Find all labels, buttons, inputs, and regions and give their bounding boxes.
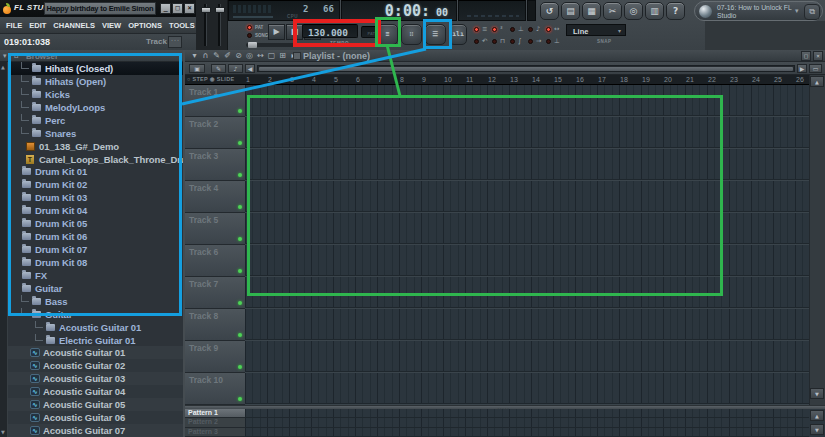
- record-option[interactable]: →: [528, 37, 546, 47]
- playlist-maximize-button[interactable]: □: [801, 51, 811, 61]
- browser-item[interactable]: Drum Kit 02: [8, 178, 183, 191]
- browser-item[interactable]: Acoustic Guitar 01: [8, 321, 183, 334]
- zoom-tool-tool-button[interactable]: ⊞: [277, 51, 288, 61]
- snap-selector[interactable]: Line ▾: [566, 24, 626, 36]
- browser-item[interactable]: Drum Kit 06: [8, 230, 183, 243]
- browser-menu-icon[interactable]: ▾: [3, 52, 7, 60]
- browser-item[interactable]: Drum Kit 07: [8, 243, 183, 256]
- track-header[interactable]: Track 2: [185, 117, 245, 149]
- undo-button[interactable]: ↺: [540, 2, 559, 20]
- browser-item[interactable]: Hihats (Open): [8, 75, 183, 88]
- zoom-out-button[interactable]: ▭: [809, 64, 822, 73]
- playlist-window-button[interactable]: ≡: [377, 24, 398, 45]
- playlist-grid[interactable]: [245, 85, 809, 405]
- browser-item[interactable]: Drum Kit 01: [8, 165, 183, 178]
- browser-item[interactable]: 01_138_G#_Demo: [8, 140, 183, 153]
- track-header[interactable]: Track 4: [185, 181, 245, 213]
- browser-item[interactable]: Bass: [8, 295, 183, 308]
- track-led[interactable]: [238, 237, 242, 241]
- song-mode-led[interactable]: [247, 33, 252, 38]
- browser-window-button[interactable]: ☰: [425, 24, 446, 45]
- audio-tab[interactable]: ♪: [228, 64, 243, 73]
- track-header[interactable]: Track 7: [185, 277, 245, 309]
- browser-item[interactable]: Guitar: [8, 308, 183, 321]
- track-led[interactable]: [238, 365, 242, 369]
- record-option[interactable]: ≡: [474, 25, 492, 35]
- browser-scroll-gutter[interactable]: ▲ ▼: [0, 62, 8, 437]
- close-button[interactable]: ×: [184, 3, 195, 14]
- browser-item[interactable]: Hihats (Closed): [8, 62, 183, 75]
- browser-item[interactable]: ∿Acoustic Guitar 03: [8, 372, 183, 385]
- step-sequencer-window-button[interactable]: ∷: [401, 24, 422, 45]
- browser-item[interactable]: MelodyLoops: [8, 101, 183, 114]
- browser-item[interactable]: Perc: [8, 114, 183, 127]
- scroll-down-button[interactable]: ▼: [810, 388, 824, 399]
- track-led[interactable]: [238, 205, 242, 209]
- pat-mode-led[interactable]: [247, 25, 252, 30]
- browser-item[interactable]: Drum Kit 03: [8, 191, 183, 204]
- play-button[interactable]: ▶: [268, 24, 285, 40]
- track-header[interactable]: Track 6: [185, 245, 245, 277]
- track-led[interactable]: [238, 109, 242, 113]
- browser-item[interactable]: Drum Kit 04: [8, 204, 183, 217]
- track-header[interactable]: Track 8: [185, 309, 245, 341]
- pattern-row-header[interactable]: Pattern 2: [185, 418, 245, 427]
- menu-channels[interactable]: CHANNELS: [53, 21, 95, 30]
- record-option[interactable]: ³: [492, 25, 510, 35]
- track-led[interactable]: [238, 173, 242, 177]
- hint-open-button[interactable]: ⧉: [804, 4, 820, 20]
- scroll-up-icon[interactable]: ▲: [1, 64, 7, 70]
- browser-item[interactable]: Snares: [8, 127, 183, 140]
- record-option[interactable]: ↔: [546, 25, 564, 35]
- cut-button[interactable]: ✂: [603, 2, 622, 20]
- playlist-close-button[interactable]: ×: [813, 51, 823, 61]
- scrollbar-thumb[interactable]: [259, 67, 793, 71]
- pattern-row-header[interactable]: Pattern 1: [185, 409, 245, 418]
- browser-item[interactable]: Electric Guitar 01: [8, 334, 183, 347]
- track-header[interactable]: Track 9: [185, 341, 245, 373]
- menu-view[interactable]: VIEW: [102, 21, 121, 30]
- browser-item[interactable]: ∿Acoustic Guitar 05: [8, 398, 183, 411]
- slip-tool-button[interactable]: ↔: [255, 51, 266, 61]
- browser-item[interactable]: ∿Acoustic Guitar 02: [8, 359, 183, 372]
- stop-button[interactable]: ■: [286, 24, 303, 40]
- select-tool-button[interactable]: ▢: [266, 51, 277, 61]
- delete-tool-button[interactable]: ⊘: [233, 51, 244, 61]
- track-led[interactable]: [238, 269, 242, 273]
- pattern-selector-display[interactable]: PAT: [361, 26, 378, 38]
- track-header[interactable]: Track 3: [185, 149, 245, 181]
- shuttle-slider[interactable]: [248, 42, 257, 48]
- minimize-button[interactable]: _: [160, 3, 171, 14]
- browser-item[interactable]: FX: [8, 269, 183, 282]
- track-led[interactable]: [238, 397, 242, 401]
- record-option[interactable]: ∫: [510, 37, 528, 47]
- browser-item[interactable]: TCartel_Loops_Black_Throne_Drumkit: [8, 153, 183, 166]
- pattern-picker-button[interactable]: ▣: [189, 64, 205, 73]
- menu-options[interactable]: OPTIONS: [128, 21, 162, 30]
- save-button[interactable]: ▤: [561, 2, 580, 20]
- step-slide-toggle[interactable]: ○ STEP ◉ SLIDE: [187, 76, 234, 82]
- browser-item[interactable]: ∿Acoustic Guitar 01: [8, 346, 183, 359]
- chevron-down-icon[interactable]: ▾: [795, 7, 799, 15]
- master-volume-slider[interactable]: [201, 7, 211, 13]
- status-mini-button[interactable]: ···: [168, 36, 182, 48]
- browser-item[interactable]: Drum Kit 05: [8, 217, 183, 230]
- menu-file[interactable]: FILE: [6, 21, 22, 30]
- snap-magnet-tool-button[interactable]: ∩: [200, 51, 211, 61]
- menu-tools[interactable]: TOOLS: [169, 21, 195, 30]
- browser-item[interactable]: Kicks: [8, 88, 183, 101]
- menu-edit[interactable]: EDIT: [29, 21, 46, 30]
- horizontal-scrollbar[interactable]: [257, 65, 795, 72]
- record-option[interactable]: ⊓: [492, 37, 510, 47]
- timeline-ruler[interactable]: ○ STEP ◉ SLIDE 1234567891011121314151617…: [185, 75, 825, 85]
- track-header[interactable]: Track 10: [185, 373, 245, 405]
- track-led[interactable]: [238, 141, 242, 145]
- notes-button[interactable]: ▥: [645, 2, 664, 20]
- paint-tool-button[interactable]: ✐: [222, 51, 233, 61]
- scroll-down-icon[interactable]: ▼: [1, 429, 7, 435]
- pattern-scroll-up-button[interactable]: ▲: [810, 410, 824, 421]
- tempo-display[interactable]: 130.000: [302, 24, 358, 38]
- track-led[interactable]: [238, 333, 242, 337]
- browser-item[interactable]: Guitar: [8, 282, 183, 295]
- pattern-tab[interactable]: ✎: [211, 64, 226, 73]
